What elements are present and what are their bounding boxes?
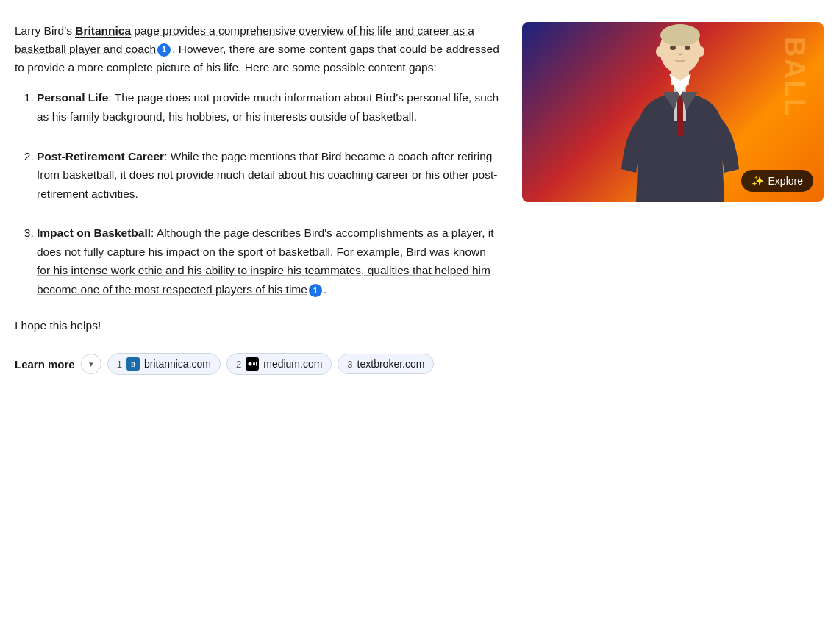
basketball-arena-text: BALL (781, 37, 809, 117)
list-item-personal-life: Personal Life: The page does not provide… (37, 88, 500, 126)
intro-text-coach: coach (126, 43, 156, 55)
svg-point-13 (685, 46, 690, 50)
intro-paragraph: Larry Bird's Britannica page provides a … (15, 22, 500, 76)
item-title-2: Post-Retirement Career (37, 150, 164, 162)
item-title-3: Impact on Basketball (37, 226, 151, 239)
chip-name-medium: medium.com (263, 358, 322, 370)
list-item-post-retirement: Post-Retirement Career: While the page m… (37, 147, 500, 204)
intro-text-before: Larry Bird's (15, 24, 75, 37)
content-area: Larry Bird's Britannica page provides a … (15, 22, 500, 375)
chip-name-textbroker: textbroker.com (357, 358, 425, 370)
svg-rect-5 (256, 362, 257, 366)
learn-more-bar: Learn more ▾ 1 B britannica.com 2 (15, 353, 500, 375)
chip-name-britannica: britannica.com (144, 358, 211, 370)
chip-num-1: 1 (117, 359, 122, 370)
item-text-end-3: . (324, 283, 326, 296)
svg-point-14 (656, 46, 663, 57)
learn-more-chevron-button[interactable]: ▾ (81, 354, 101, 374)
content-list: Personal Life: The page does not provide… (22, 88, 500, 298)
svg-point-15 (697, 46, 704, 57)
list-item-impact: Impact on Basketball: Although the page … (37, 223, 500, 298)
citation-1-item3[interactable]: 1 (309, 284, 322, 297)
explore-button[interactable]: ✨ Explore (741, 170, 813, 192)
image-panel: BALL ✨ Explore (522, 22, 824, 375)
main-container: Larry Bird's Britannica page provides a … (0, 15, 839, 382)
chip-num-3: 3 (347, 359, 352, 370)
magic-wand-icon: ✨ (751, 175, 764, 187)
item-title-1: Personal Life (37, 91, 108, 104)
learn-more-label: Learn more (15, 358, 75, 371)
svg-point-4 (253, 362, 255, 366)
source-chip-medium[interactable]: 2 medium.com (226, 353, 332, 375)
gaps-list: Personal Life: The page does not provide… (22, 88, 500, 298)
explore-label: Explore (768, 175, 803, 187)
source-chip-britannica[interactable]: 1 B britannica.com (107, 353, 221, 375)
britannica-link[interactable]: Britannica (75, 24, 131, 38)
person-silhouette (577, 22, 768, 202)
medium-icon (246, 357, 259, 371)
source-chip-textbroker[interactable]: 3 textbroker.com (338, 354, 434, 374)
svg-point-3 (249, 362, 252, 366)
chevron-down-icon: ▾ (89, 359, 93, 369)
britannica-icon: B (126, 357, 140, 371)
person-image-box: BALL ✨ Explore (522, 22, 824, 202)
citation-1-intro[interactable]: 1 (157, 43, 171, 57)
svg-text:B: B (131, 361, 135, 368)
svg-point-8 (660, 24, 700, 46)
svg-point-12 (670, 46, 676, 50)
chip-num-2: 2 (236, 359, 241, 370)
closing-text: I hope this helps! (15, 319, 500, 332)
